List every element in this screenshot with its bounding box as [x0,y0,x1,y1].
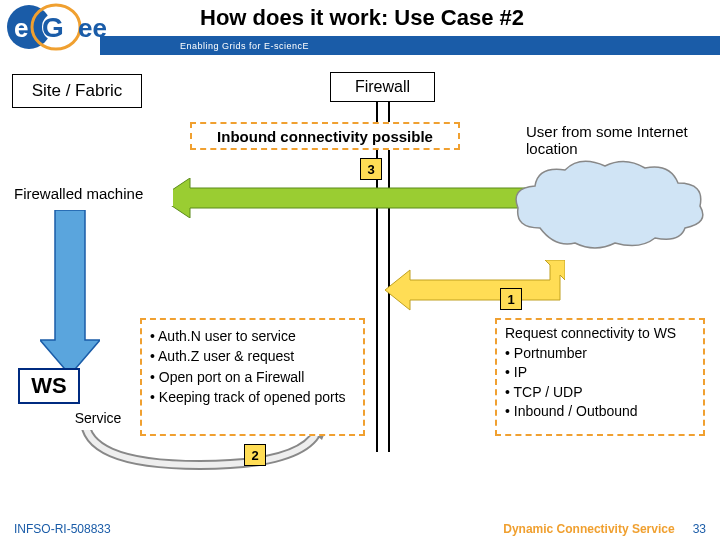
box-firewall: Firewall [330,72,435,102]
list-item: Auth.N user to service [150,326,346,346]
list-item: Keeping track of opened ports [150,387,346,407]
page-title: How does it work: Use Case #2 [200,5,524,31]
footer-service: Dynamic Connectivity Service33 [503,522,706,536]
list-item: TCP / UDP [505,383,676,403]
box-inbound: Inbound connectivity possible [190,122,460,150]
page-subtitle: Enabling Grids for E-sciencE [180,41,309,51]
svg-marker-7 [40,210,100,375]
footer: INFSO-RI-508833 Dynamic Connectivity Ser… [0,518,720,540]
egee-logo: e G ee [4,2,159,52]
box-service-actions: Auth.N user to service Auth.Z user & req… [140,318,365,436]
step-2: 2 [244,444,266,466]
box-ws: WS [18,368,80,404]
box-service-label: Service [60,406,136,430]
cloud-icon [510,158,710,253]
page-number: 33 [693,522,706,536]
svg-text:ee: ee [78,13,107,43]
list-item: Open port on a Firewall [150,367,346,387]
step-3: 3 [360,158,382,180]
step-1: 1 [500,288,522,310]
box-firewalled-machine: Firewalled machine [8,180,173,206]
list-item: Inbound / Outbound [505,402,676,422]
svg-text:e: e [14,13,28,43]
box-user-location: User from some Internet location [520,120,705,160]
svg-text:G: G [42,12,64,43]
arrow-inbound [160,178,550,218]
svg-marker-6 [160,178,550,218]
arrow-request [385,260,565,315]
request-title: Request connectivity to WS [505,324,676,344]
list-item: IP [505,363,676,383]
box-site-fabric: Site / Fabric [12,74,142,108]
diagram-area: Site / Fabric Firewall Inbound connectiv… [0,60,720,514]
svg-marker-8 [385,260,565,310]
list-item: Portnumber [505,344,676,364]
box-request-details: Request connectivity to WS Portnumber IP… [495,318,705,436]
arrow-to-ws [40,210,100,375]
list-item: Auth.Z user & request [150,346,346,366]
footer-id: INFSO-RI-508833 [14,522,111,536]
